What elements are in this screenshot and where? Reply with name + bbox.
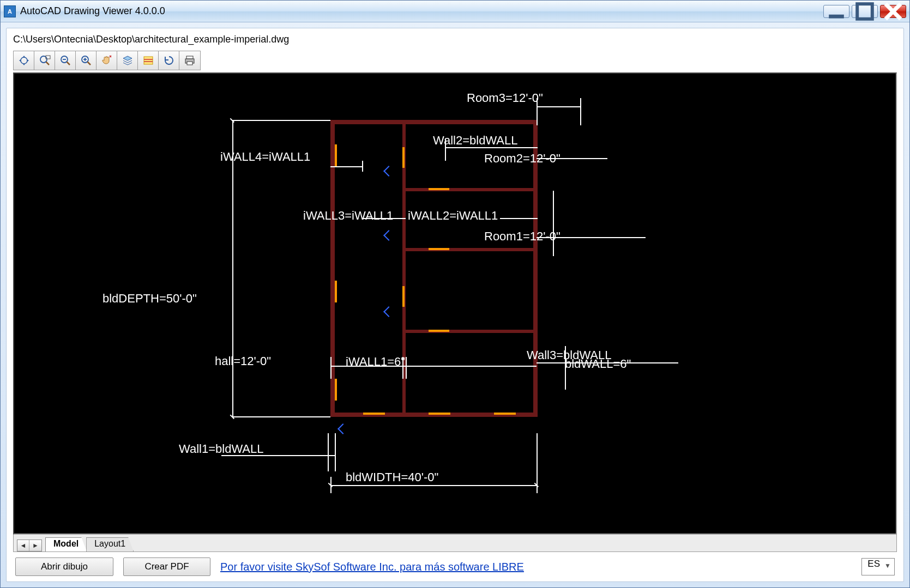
dim-room2: Room2=12'-0" [484, 151, 561, 166]
print-button[interactable] [179, 51, 200, 70]
dim-hall: hall=12'-0" [215, 354, 271, 368]
create-pdf-button[interactable]: Crear PDF [123, 557, 210, 576]
tab-layout1[interactable]: Layout1 [86, 537, 134, 551]
toolbar [13, 51, 201, 70]
window-title: AutoCAD Drawing Viewer 4.0.0.0 [20, 5, 823, 17]
hand-pan-button[interactable] [97, 51, 117, 70]
dim-iwall2: iWALL2=iWALL1 [406, 209, 500, 223]
svg-line-6 [46, 62, 49, 65]
layers-button[interactable] [117, 51, 138, 70]
dim-bldwall: bldWALL=6" [565, 357, 631, 371]
tab-scroll: ◄ ► [17, 539, 42, 551]
dim-wall1: Wall1=bldWALL [179, 442, 264, 456]
tab-scroll-left-button[interactable]: ◄ [17, 540, 29, 551]
dim-iwall3: iWALL3=iWALL1 [303, 209, 393, 223]
dim-wall2: Wall2=bldWALL [433, 134, 518, 148]
dim-blddepth: bldDEPTH=50'-0" [103, 292, 197, 306]
language-select[interactable]: ES [861, 558, 895, 575]
open-drawing-button[interactable]: Abrir dibujo [15, 557, 113, 576]
svg-line-14 [87, 62, 91, 65]
svg-rect-1 [857, 4, 872, 19]
properties-button[interactable] [138, 51, 159, 70]
window-controls [823, 5, 906, 18]
dim-bldwidth: bldWIDTH=40'-0" [346, 470, 438, 484]
zoom-in-button[interactable] [76, 51, 97, 70]
file-path-label: C:\Users\Ontecnia\Desktop\architectural_… [13, 34, 897, 45]
dim-iwall1: iWALL1=6" [346, 355, 405, 369]
svg-rect-15 [144, 57, 153, 64]
skysof-link[interactable]: Por favor visite SkySof Software Inc. pa… [220, 561, 524, 573]
minimize-button[interactable] [823, 5, 849, 18]
svg-point-4 [21, 57, 27, 64]
tab-model[interactable]: Model [45, 537, 87, 551]
zoom-window-button[interactable] [34, 51, 55, 70]
svg-rect-20 [187, 62, 192, 65]
dim-iwall4: iWALL4=iWALL1 [220, 150, 310, 164]
zoom-out-button[interactable] [55, 51, 76, 70]
language-value: ES [867, 559, 880, 569]
app-window: A AutoCAD Drawing Viewer 4.0.0.0 C:\User… [0, 0, 910, 588]
app-icon: A [4, 5, 16, 17]
svg-rect-18 [186, 56, 193, 59]
layout-tabstrip: ◄ ► Model Layout1 [13, 535, 897, 552]
drawing-canvas[interactable]: bldDEPTH=50'-0" iWALL4=iWALL1 Wall2=bldW… [13, 72, 897, 535]
close-button[interactable] [880, 5, 906, 18]
tab-scroll-right-button[interactable]: ► [29, 540, 41, 551]
maximize-button[interactable] [852, 5, 878, 18]
content-panel: C:\Users\Ontecnia\Desktop\architectural_… [6, 28, 904, 582]
titlebar: A AutoCAD Drawing Viewer 4.0.0.0 [1, 1, 909, 22]
bottom-bar: Abrir dibujo Crear PDF Por favor visite … [13, 552, 897, 576]
refresh-button[interactable] [159, 51, 179, 70]
dim-room1: Room1=12'-0" [484, 229, 561, 244]
dim-room3: Room3=12'-0" [467, 91, 543, 105]
svg-line-10 [67, 62, 70, 65]
pan-extents-button[interactable] [14, 51, 34, 70]
